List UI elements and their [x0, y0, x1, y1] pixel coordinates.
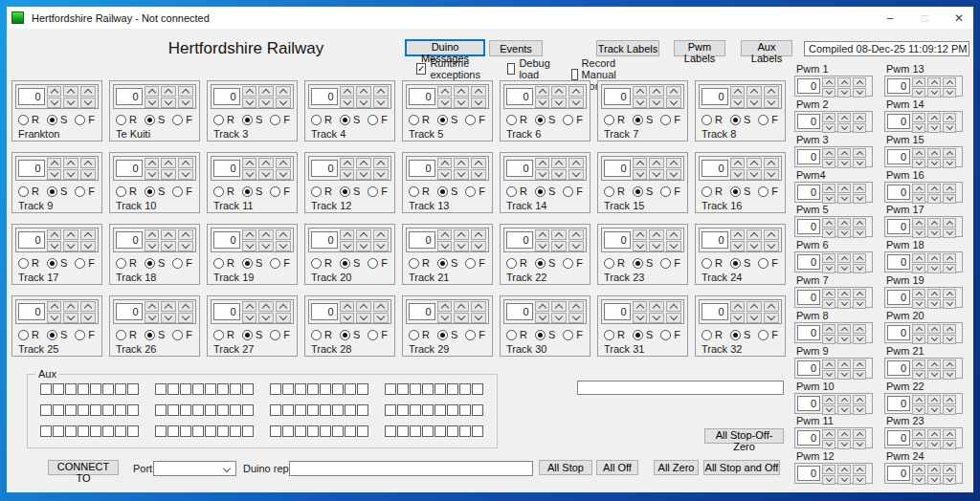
spin-down-icon[interactable]: [258, 169, 274, 180]
aux-checkbox[interactable]: [397, 425, 409, 437]
connect-button[interactable]: CONNECT TO: [48, 460, 119, 475]
spin-up-icon[interactable]: [356, 158, 371, 168]
spin-down-icon[interactable]: [912, 123, 925, 133]
spin-down-icon[interactable]: [746, 169, 762, 180]
pwm-value-field[interactable]: 0: [797, 430, 820, 446]
track-value-field[interactable]: 0: [116, 160, 143, 177]
spin-down-icon[interactable]: [822, 299, 835, 309]
spin-down-icon[interactable]: [551, 98, 567, 108]
radio-icon[interactable]: [311, 258, 322, 269]
spin-up-icon[interactable]: [764, 301, 779, 312]
spin-down-icon[interactable]: [145, 313, 160, 323]
aux-checkbox[interactable]: [385, 425, 396, 437]
radio-forward[interactable]: F: [660, 114, 680, 125]
spin-down-icon[interactable]: [943, 405, 956, 415]
radio-stop[interactable]: S: [633, 114, 653, 125]
spin-down-icon[interactable]: [161, 241, 176, 251]
spin-down-icon[interactable]: [356, 98, 371, 108]
spin-up-icon[interactable]: [471, 86, 486, 97]
aux-checkbox[interactable]: [345, 425, 356, 437]
aux-checkbox[interactable]: [155, 383, 167, 395]
radio-forward[interactable]: F: [563, 185, 583, 197]
spin-up-icon[interactable]: [943, 429, 956, 439]
pwm-value-field[interactable]: 0: [887, 396, 910, 411]
spin-up-icon[interactable]: [927, 113, 941, 122]
spin-up-icon[interactable]: [912, 218, 925, 228]
spin-up-icon[interactable]: [853, 148, 866, 158]
track-value-field[interactable]: 0: [116, 88, 143, 105]
radio-icon[interactable]: [633, 258, 643, 269]
aux-checkbox[interactable]: [192, 425, 204, 437]
spin-down-icon[interactable]: [943, 229, 956, 238]
radio-forward[interactable]: F: [465, 114, 485, 125]
spin-down-icon[interactable]: [746, 241, 762, 251]
radio-icon[interactable]: [18, 258, 29, 269]
spin-down-icon[interactable]: [80, 313, 96, 323]
track-value-field[interactable]: 0: [116, 231, 143, 249]
pwm-value-field[interactable]: 0: [887, 254, 910, 270]
aux-checkbox[interactable]: [295, 425, 306, 437]
spin-down-icon[interactable]: [837, 159, 851, 168]
spin-up-icon[interactable]: [912, 465, 925, 474]
aux-checkbox[interactable]: [78, 425, 89, 437]
aux-checkbox[interactable]: [180, 383, 191, 395]
spin-up-icon[interactable]: [822, 395, 835, 404]
radio-icon[interactable]: [270, 330, 280, 340]
spin-up-icon[interactable]: [764, 158, 779, 168]
radio-reverse[interactable]: R: [702, 185, 723, 197]
aux-checkbox[interactable]: [345, 383, 356, 395]
spin-up-icon[interactable]: [943, 253, 956, 263]
spin-up-icon[interactable]: [145, 301, 160, 312]
spin-up-icon[interactable]: [837, 253, 851, 263]
all-stop-button[interactable]: All Stop: [539, 460, 592, 475]
radio-forward[interactable]: F: [563, 114, 583, 125]
spin-down-icon[interactable]: [912, 299, 925, 309]
track-value-field[interactable]: 0: [604, 88, 631, 105]
spin-up-icon[interactable]: [145, 86, 160, 97]
track-value-field[interactable]: 0: [604, 231, 631, 249]
spin-up-icon[interactable]: [927, 324, 941, 334]
spin-up-icon[interactable]: [927, 359, 941, 369]
spin-up-icon[interactable]: [912, 77, 925, 87]
spin-up-icon[interactable]: [649, 86, 664, 97]
spin-up-icon[interactable]: [927, 429, 941, 439]
spin-down-icon[interactable]: [822, 229, 835, 238]
pwm-value-field[interactable]: 0: [797, 219, 820, 234]
aux-checkbox[interactable]: [357, 425, 368, 437]
spin-up-icon[interactable]: [161, 301, 176, 312]
radio-icon[interactable]: [18, 186, 29, 197]
aux-checkbox[interactable]: [447, 404, 458, 416]
spin-down-icon[interactable]: [535, 169, 550, 180]
radio-reverse[interactable]: R: [409, 329, 430, 340]
spin-down-icon[interactable]: [666, 169, 681, 180]
aux-checkbox[interactable]: [65, 404, 77, 416]
radio-icon[interactable]: [213, 258, 224, 269]
spin-down-icon[interactable]: [258, 241, 274, 251]
spin-up-icon[interactable]: [912, 113, 925, 122]
spin-down-icon[interactable]: [161, 313, 176, 323]
radio-icon[interactable]: [145, 115, 155, 125]
spin-down-icon[interactable]: [258, 98, 274, 108]
radio-icon[interactable]: [702, 186, 712, 197]
radio-forward[interactable]: F: [270, 329, 290, 340]
radio-icon[interactable]: [730, 186, 741, 197]
spin-up-icon[interactable]: [912, 429, 925, 439]
aux-checkbox[interactable]: [282, 425, 294, 437]
aux-checkbox[interactable]: [320, 383, 331, 395]
radio-reverse[interactable]: R: [604, 114, 625, 125]
aux-checkbox[interactable]: [422, 404, 434, 416]
track-value-field[interactable]: 0: [409, 160, 435, 177]
spin-up-icon[interactable]: [340, 301, 355, 312]
aux-checkbox[interactable]: [90, 383, 101, 395]
spin-up-icon[interactable]: [373, 229, 389, 240]
spin-up-icon[interactable]: [666, 229, 681, 240]
track-value-field[interactable]: 0: [506, 303, 533, 320]
radio-reverse[interactable]: R: [18, 329, 39, 340]
spin-down-icon[interactable]: [764, 313, 779, 323]
spin-up-icon[interactable]: [258, 301, 274, 312]
aux-checkbox[interactable]: [282, 404, 294, 416]
spin-up-icon[interactable]: [837, 218, 851, 228]
aux-checkbox[interactable]: [65, 425, 77, 437]
spin-down-icon[interactable]: [373, 241, 389, 251]
spin-down-icon[interactable]: [471, 98, 486, 108]
